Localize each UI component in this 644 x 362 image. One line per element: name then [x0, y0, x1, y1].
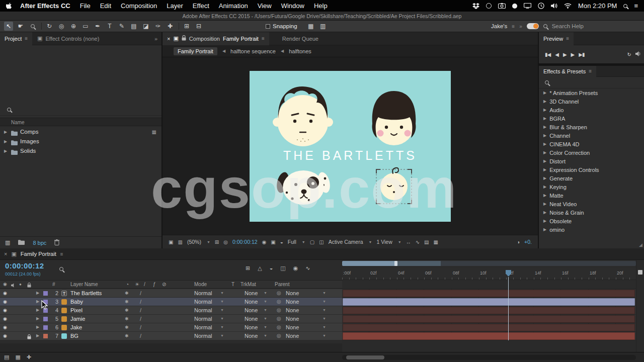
layer-expand-icon[interactable]: ▶	[36, 315, 39, 323]
breadcrumb-halftone-sequence[interactable]: halftone sequence	[230, 48, 276, 54]
layer-color-label[interactable]	[43, 334, 48, 338]
quality-switch-icon[interactable]: /	[144, 281, 145, 288]
layer-name[interactable]: Jake	[70, 323, 82, 331]
trkmat-dropdown[interactable]: None	[245, 323, 258, 331]
transparency-grid-icon[interactable]: ◫	[319, 239, 324, 245]
last-frame-button[interactable]: ▶▮	[579, 52, 584, 57]
effects-category[interactable]: ▶Audio	[539, 106, 644, 114]
menu-layer[interactable]: Layer	[167, 2, 183, 10]
layer-bar-jamie[interactable]	[343, 315, 635, 323]
snapping-checkbox[interactable]	[266, 24, 270, 29]
region-of-interest-icon[interactable]: ▢	[310, 239, 314, 245]
frame-blend-switch-icon[interactable]: ✱	[125, 298, 129, 306]
effects-category[interactable]: ▶Obsolete	[539, 217, 644, 225]
magnification-dropdown[interactable]: (50%)	[187, 239, 201, 245]
parent-dropdown[interactable]: None	[286, 332, 299, 340]
effects-category[interactable]: ▶Channel	[539, 131, 644, 140]
effects-category[interactable]: ▶omino	[539, 225, 644, 234]
composition-canvas[interactable]: THE BARTLETTS	[250, 71, 451, 222]
visibility-eye-icon[interactable]: ◉	[3, 298, 7, 306]
graph-editor-icon[interactable]: ∿	[305, 265, 310, 272]
trkmat-dropdown[interactable]: None	[245, 332, 258, 340]
effects-category[interactable]: ▶Keying	[539, 183, 644, 191]
rotation-tool[interactable]: ↻	[45, 22, 54, 31]
menu-animation[interactable]: Animation	[219, 2, 248, 10]
timeline-search-icon[interactable]	[59, 267, 63, 271]
timeline-close-icon[interactable]: ×	[4, 251, 7, 257]
effects-category[interactable]: ▶Noise & Grain	[539, 208, 644, 217]
trkmat-dropdown[interactable]: None	[245, 306, 258, 314]
layer-row-baby[interactable]: ◉ ▶ 3 Baby ✱ / Normal▼ None▼ ◎ None▼	[0, 298, 342, 306]
interpret-footage-icon[interactable]: ▥	[5, 239, 10, 246]
parent-dropdown[interactable]: None	[286, 323, 299, 331]
disclosure-icon[interactable]: ▶	[4, 146, 7, 156]
disclosure-icon[interactable]: ▶	[4, 127, 7, 137]
parent-pickwhip-icon[interactable]: ◎	[277, 332, 281, 340]
brush-tool[interactable]: ✎	[117, 22, 126, 31]
tab-effect-controls[interactable]: ▣ Effect Controls (none)	[32, 35, 104, 42]
layer-name[interactable]: Baby	[70, 298, 83, 306]
close-tab-icon[interactable]: ×	[167, 36, 170, 42]
menu-window[interactable]: Window	[281, 2, 304, 10]
fx-switch-icon[interactable]: ƒ	[153, 281, 156, 288]
layer-name[interactable]: Jamie	[70, 315, 85, 323]
timeline-horizontal-scrollbar[interactable]	[342, 355, 636, 360]
effects-category[interactable]: ▶3D Channel	[539, 97, 644, 106]
puppet-pin-tool[interactable]: ✚	[166, 22, 175, 31]
primary-viewer-icon[interactable]: ▣	[169, 239, 173, 245]
parent-pickwhip-icon[interactable]: ◎	[277, 315, 281, 323]
lock-icon[interactable]	[182, 35, 186, 42]
current-time-indicator-line[interactable]	[508, 277, 509, 340]
display-mirroring-icon[interactable]	[524, 2, 531, 10]
comp-marker-button[interactable]	[638, 270, 642, 275]
frame-blend-switch-icon[interactable]: ✱	[125, 323, 129, 331]
preview-audio-icon[interactable]	[635, 51, 641, 57]
type-tool[interactable]: T	[105, 22, 114, 31]
parent-pickwhip-icon[interactable]: ◎	[277, 298, 281, 306]
tab-preview[interactable]: Preview ≡	[539, 32, 574, 45]
layer-name[interactable]: Pixel	[70, 306, 83, 314]
hand-tool[interactable]: ☛	[16, 22, 25, 31]
timeline-tab-label[interactable]: Family Portrait	[21, 251, 56, 257]
loop-button[interactable]: ↻	[627, 52, 631, 57]
parent-pickwhip-icon[interactable]: ◎	[277, 323, 281, 331]
layer-name[interactable]: The Bartletts	[70, 289, 102, 297]
show-snapshot-icon[interactable]: ▣	[271, 239, 275, 245]
menu-clock[interactable]: Mon 2:20 PM	[578, 2, 617, 10]
tab-render-queue[interactable]: Render Queue	[269, 36, 332, 42]
comp-flowchart-icon[interactable]: ▦	[434, 239, 438, 245]
selection-tool[interactable]: ↖	[4, 22, 13, 31]
panel-resize-grip-icon[interactable]: ◢	[639, 242, 642, 247]
effects-category[interactable]: ▶Generate	[539, 174, 644, 183]
shared-view-icon[interactable]: ▥	[178, 239, 182, 245]
breadcrumb-halftones[interactable]: halftones	[289, 48, 311, 54]
pen-tool[interactable]: ✒	[93, 22, 102, 31]
viewer-timecode[interactable]: 0:00:00:12	[232, 239, 258, 245]
effects-category[interactable]: ▶Neat Video	[539, 200, 644, 208]
effects-category[interactable]: ▶Color Correction	[539, 148, 644, 157]
layer-expand-icon[interactable]: ▶	[36, 332, 39, 340]
quality-switch[interactable]: /	[140, 332, 141, 340]
effects-search-field[interactable]	[539, 77, 644, 88]
eraser-tool[interactable]: ◪	[141, 22, 150, 31]
breadcrumb-family-portrait[interactable]: Family Portrait	[174, 47, 217, 55]
spotlight-search-icon[interactable]	[623, 2, 627, 10]
bit-depth-button[interactable]: 8 bpc	[33, 240, 46, 246]
roto-brush-tool[interactable]: ✑	[153, 22, 163, 31]
frame-blending-icon[interactable]: ◫	[280, 265, 285, 272]
layer-row-pixel[interactable]: ◉ ▶ 4 Pixel ✱ / Normal▼ None▼ ◎ None▼	[0, 306, 342, 315]
parent-pickwhip-icon[interactable]: ◎	[277, 306, 281, 314]
snapping-toggle[interactable]: Snapping	[266, 23, 297, 29]
trkmat-column-header[interactable]: TrkMat	[240, 281, 256, 288]
comp-mini-flowchart-icon[interactable]: ⊞	[246, 265, 250, 272]
new-folder-icon[interactable]	[18, 240, 25, 246]
blend-mode-dropdown[interactable]: Normal	[194, 332, 212, 340]
quality-switch[interactable]: /	[140, 315, 141, 323]
menu-help[interactable]: Help	[314, 2, 328, 10]
effects-category[interactable]: ▶Expression Controls	[539, 165, 644, 174]
project-item-solids[interactable]: ▶ Solids	[0, 146, 162, 156]
axis-mode-icon[interactable]: ⊞	[182, 22, 191, 31]
exposure-icon[interactable]: ◑	[517, 239, 520, 245]
viewer-panel-menu-icon[interactable]: ≡	[262, 36, 265, 41]
trash-icon[interactable]	[54, 239, 59, 246]
